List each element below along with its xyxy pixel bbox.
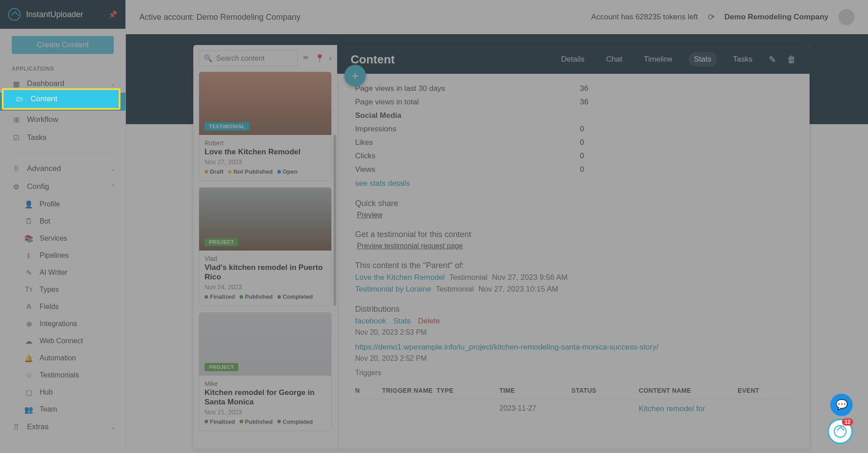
brand-name: InstantUploader — [26, 10, 83, 19]
stats-row: Social Media — [355, 109, 607, 122]
stats-row: Likes0 — [355, 136, 607, 149]
filter-icon[interactable]: ⫧ — [302, 54, 310, 63]
card-date: Nov 21, 2023 — [205, 408, 326, 416]
stats-row: Page views in last 30 days36 — [355, 82, 607, 95]
dist-date: Nov 20, 2023 2:52 PM — [355, 354, 792, 363]
card-author: Mike — [205, 380, 326, 387]
stats-table: Page views in last 30 days36Page views i… — [355, 82, 607, 176]
dist-date: Nov 20, 2023 2:53 PM — [355, 328, 792, 336]
sidebar-item-types[interactable]: TтTypes — [0, 281, 125, 298]
tab-details[interactable]: Details — [556, 52, 590, 67]
divider — [12, 153, 114, 153]
preview-link[interactable]: Preview — [357, 211, 792, 219]
search-input[interactable] — [216, 54, 293, 63]
card-title: Love the Kitchen Remodel — [205, 148, 326, 157]
help-badge: 12 — [842, 418, 853, 426]
child-link[interactable]: Testimonial by Loraine — [355, 285, 431, 294]
sidebar-item-tasks[interactable]: ☑Tasks — [0, 129, 125, 147]
detail-title: Content — [351, 53, 395, 67]
company-name[interactable]: Demo Remodeling Company — [725, 13, 828, 22]
content-card[interactable]: PROJECTVladVlad's kitchen remodel in Pue… — [199, 187, 332, 306]
tab-tasks[interactable]: Tasks — [728, 52, 758, 67]
nav-icon: 🔔 — [24, 354, 33, 363]
create-content-button[interactable]: Create Content — [12, 36, 114, 54]
card-date: Nov 24, 2023 — [205, 283, 326, 291]
facebook-link[interactable]: facebook — [355, 317, 386, 326]
detail-body: Page views in last 30 days36Page views i… — [337, 74, 810, 449]
help-widget-button[interactable]: 12 — [828, 419, 853, 444]
sidebar-item-content-highlighted[interactable]: 🗁 Content — [4, 90, 119, 108]
stats-row: Clicks0 — [355, 149, 607, 163]
sidebar-item-fields[interactable]: AFields — [0, 298, 125, 315]
see-stats-link[interactable]: see stats details — [355, 179, 792, 188]
active-account-label: Active account: Demo Remodeling Company — [139, 13, 300, 22]
sidebar-item-services[interactable]: 📚Services — [0, 230, 125, 247]
child-link[interactable]: Love the Kitchen Remodel — [355, 273, 445, 282]
card-badge: PROJECT — [205, 238, 238, 246]
collapse-icon[interactable]: ‹ — [329, 54, 332, 63]
pin-icon[interactable]: 📌 — [108, 10, 117, 19]
sidebar-item-extras[interactable]: ⠿ Extras ⌄ — [0, 418, 125, 436]
content-card[interactable]: PROJECTMikeKitchen remodel for George in… — [199, 312, 332, 431]
sidebar-item-config[interactable]: ⚙ Config ⌃ — [0, 178, 125, 196]
sidebar-item-advanced[interactable]: ⠿ Advanced ⌄ — [0, 160, 125, 178]
stats-row: Page views in total36 — [355, 95, 607, 109]
sidebar-item-pipelines[interactable]: ⫿Pipelines — [0, 247, 125, 264]
sidebar-item-bot[interactable]: 🗒Bot — [0, 213, 125, 230]
dist-delete-link[interactable]: Delete — [418, 317, 440, 326]
sidebar-item-team[interactable]: 👥Team — [0, 401, 125, 418]
sidebar-item-testimonials[interactable]: ☆Testimonials — [0, 367, 125, 384]
dist-url-link[interactable]: https://demo1.wpexample.info/iu_project/… — [355, 343, 792, 352]
quick-share-heading: Quick share — [355, 199, 792, 208]
location-icon[interactable]: 📍 — [315, 54, 325, 63]
trigger-row[interactable]: 2023-11-27 Kitchen remodel for — [355, 399, 792, 419]
card-author: Vlad — [205, 255, 326, 262]
edit-icon[interactable]: ✎ — [769, 54, 776, 65]
chevron-down-icon: ⌄ — [110, 80, 116, 87]
child-content-row: Testimonial by LoraineTestimonialNov 27,… — [355, 285, 792, 294]
nav-icon: ⊕ — [24, 319, 33, 328]
delete-icon[interactable]: 🗑 — [787, 54, 796, 65]
nav-icon: 📚 — [24, 234, 33, 243]
card-date: Nov 27, 2023 — [205, 158, 326, 166]
nav-icon: ✎ — [24, 268, 33, 277]
topbar: Active account: Demo Remodeling Company … — [126, 0, 868, 34]
search-box[interactable]: 🔍 — [199, 50, 298, 66]
sidebar-item-ai-writer[interactable]: ✎AI Writer — [0, 264, 125, 281]
distributions-heading: Distributions — [355, 305, 792, 314]
sidebar-item-web-connect[interactable]: ☁Web Connect — [0, 332, 125, 350]
nav-icon: ▢ — [24, 388, 33, 397]
sidebar-item-workflow[interactable]: ⊞Workflow — [0, 111, 125, 129]
add-content-fab[interactable]: + — [344, 65, 366, 86]
card-badge: TESTIMONIAL — [205, 122, 249, 130]
sidebar-item-automation[interactable]: 🔔Automation — [0, 350, 125, 367]
tab-stats[interactable]: Stats — [689, 52, 717, 67]
chevron-down-icon: ⌄ — [110, 423, 116, 431]
logo-icon — [8, 8, 21, 21]
tab-chat[interactable]: Chat — [601, 52, 628, 67]
preview-testimonial-link[interactable]: Preview testimonial request page — [357, 242, 792, 250]
stats-row: Impressions0 — [355, 122, 607, 136]
refresh-icon[interactable]: ⟳ — [708, 12, 715, 22]
distribution-row: facebook Stats Delete — [355, 317, 792, 326]
folder-icon: 🗁 — [15, 94, 24, 103]
sidebar-item-integrations[interactable]: ⊕Integrations — [0, 315, 125, 332]
content-card[interactable]: TESTIMONIALRobertLove the Kitchen Remode… — [199, 72, 332, 181]
sidebar-item-profile[interactable]: 👤Profile — [0, 196, 125, 213]
avatar[interactable] — [838, 9, 855, 25]
dist-stats-link[interactable]: Stats — [393, 317, 411, 326]
highlighted-nav-wrapper: 🗁 Content — [4, 90, 119, 108]
chat-widget-button[interactable]: 💬 — [830, 394, 853, 416]
parent-heading: This content is the "Parent" of: — [355, 261, 792, 270]
status-row: FinalizedPublishedCompleted — [205, 418, 326, 425]
card-author: Robert — [205, 139, 326, 147]
card-title: Vlad's kitchen remodel in Puerto Rico — [205, 263, 326, 282]
card-image: PROJECT — [199, 188, 331, 251]
card-badge: PROJECT — [205, 363, 238, 371]
testimonial-heading: Get a testimonial for this content — [355, 230, 792, 239]
sidebar-item-hub[interactable]: ▢Hub — [0, 384, 125, 401]
tab-timeline[interactable]: Timeline — [638, 52, 678, 67]
scrollbar[interactable] — [334, 135, 336, 306]
content-detail-panel: Content DetailsChatTimelineStatsTasks ✎ … — [337, 45, 810, 449]
card-list[interactable]: TESTIMONIALRobertLove the Kitchen Remode… — [193, 72, 337, 449]
